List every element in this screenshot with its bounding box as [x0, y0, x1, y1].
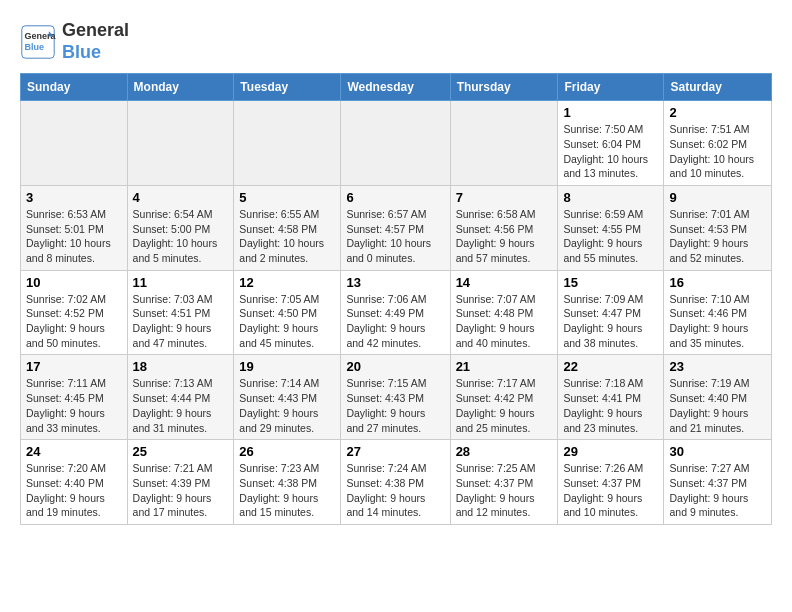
calendar-cell: 14Sunrise: 7:07 AM Sunset: 4:48 PM Dayli…	[450, 270, 558, 355]
day-number: 19	[239, 359, 335, 374]
weekday-header-sunday: Sunday	[21, 74, 128, 101]
day-number: 22	[563, 359, 658, 374]
calendar-week-3: 10Sunrise: 7:02 AM Sunset: 4:52 PM Dayli…	[21, 270, 772, 355]
day-number: 10	[26, 275, 122, 290]
day-info: Sunrise: 6:55 AM Sunset: 4:58 PM Dayligh…	[239, 207, 335, 266]
calendar-week-5: 24Sunrise: 7:20 AM Sunset: 4:40 PM Dayli…	[21, 440, 772, 525]
calendar-cell	[127, 101, 234, 186]
day-number: 2	[669, 105, 766, 120]
calendar-cell: 26Sunrise: 7:23 AM Sunset: 4:38 PM Dayli…	[234, 440, 341, 525]
day-info: Sunrise: 7:15 AM Sunset: 4:43 PM Dayligh…	[346, 376, 444, 435]
calendar-header: SundayMondayTuesdayWednesdayThursdayFrid…	[21, 74, 772, 101]
calendar-cell: 3Sunrise: 6:53 AM Sunset: 5:01 PM Daylig…	[21, 185, 128, 270]
calendar-cell: 7Sunrise: 6:58 AM Sunset: 4:56 PM Daylig…	[450, 185, 558, 270]
day-info: Sunrise: 7:07 AM Sunset: 4:48 PM Dayligh…	[456, 292, 553, 351]
day-info: Sunrise: 7:10 AM Sunset: 4:46 PM Dayligh…	[669, 292, 766, 351]
weekday-header-saturday: Saturday	[664, 74, 772, 101]
day-number: 6	[346, 190, 444, 205]
weekday-header-monday: Monday	[127, 74, 234, 101]
day-info: Sunrise: 7:19 AM Sunset: 4:40 PM Dayligh…	[669, 376, 766, 435]
calendar-cell: 12Sunrise: 7:05 AM Sunset: 4:50 PM Dayli…	[234, 270, 341, 355]
day-number: 15	[563, 275, 658, 290]
day-number: 9	[669, 190, 766, 205]
logo-text: General Blue	[62, 20, 129, 63]
calendar-cell: 29Sunrise: 7:26 AM Sunset: 4:37 PM Dayli…	[558, 440, 664, 525]
day-number: 5	[239, 190, 335, 205]
day-info: Sunrise: 7:24 AM Sunset: 4:38 PM Dayligh…	[346, 461, 444, 520]
day-number: 3	[26, 190, 122, 205]
calendar-cell: 5Sunrise: 6:55 AM Sunset: 4:58 PM Daylig…	[234, 185, 341, 270]
day-number: 17	[26, 359, 122, 374]
calendar-cell	[21, 101, 128, 186]
calendar-cell: 18Sunrise: 7:13 AM Sunset: 4:44 PM Dayli…	[127, 355, 234, 440]
day-info: Sunrise: 6:53 AM Sunset: 5:01 PM Dayligh…	[26, 207, 122, 266]
day-info: Sunrise: 7:17 AM Sunset: 4:42 PM Dayligh…	[456, 376, 553, 435]
day-number: 13	[346, 275, 444, 290]
day-number: 1	[563, 105, 658, 120]
calendar-cell: 8Sunrise: 6:59 AM Sunset: 4:55 PM Daylig…	[558, 185, 664, 270]
calendar-cell	[450, 101, 558, 186]
calendar-cell: 17Sunrise: 7:11 AM Sunset: 4:45 PM Dayli…	[21, 355, 128, 440]
calendar-cell: 24Sunrise: 7:20 AM Sunset: 4:40 PM Dayli…	[21, 440, 128, 525]
day-info: Sunrise: 7:25 AM Sunset: 4:37 PM Dayligh…	[456, 461, 553, 520]
day-info: Sunrise: 7:50 AM Sunset: 6:04 PM Dayligh…	[563, 122, 658, 181]
day-info: Sunrise: 7:26 AM Sunset: 4:37 PM Dayligh…	[563, 461, 658, 520]
day-number: 12	[239, 275, 335, 290]
day-info: Sunrise: 6:59 AM Sunset: 4:55 PM Dayligh…	[563, 207, 658, 266]
day-info: Sunrise: 7:05 AM Sunset: 4:50 PM Dayligh…	[239, 292, 335, 351]
day-info: Sunrise: 7:03 AM Sunset: 4:51 PM Dayligh…	[133, 292, 229, 351]
weekday-header-wednesday: Wednesday	[341, 74, 450, 101]
calendar-week-1: 1Sunrise: 7:50 AM Sunset: 6:04 PM Daylig…	[21, 101, 772, 186]
weekday-header-thursday: Thursday	[450, 74, 558, 101]
calendar-cell: 11Sunrise: 7:03 AM Sunset: 4:51 PM Dayli…	[127, 270, 234, 355]
day-number: 28	[456, 444, 553, 459]
day-info: Sunrise: 7:02 AM Sunset: 4:52 PM Dayligh…	[26, 292, 122, 351]
calendar-cell: 21Sunrise: 7:17 AM Sunset: 4:42 PM Dayli…	[450, 355, 558, 440]
calendar-cell: 1Sunrise: 7:50 AM Sunset: 6:04 PM Daylig…	[558, 101, 664, 186]
calendar-cell: 10Sunrise: 7:02 AM Sunset: 4:52 PM Dayli…	[21, 270, 128, 355]
weekday-header-friday: Friday	[558, 74, 664, 101]
day-number: 30	[669, 444, 766, 459]
day-info: Sunrise: 7:06 AM Sunset: 4:49 PM Dayligh…	[346, 292, 444, 351]
calendar-cell: 22Sunrise: 7:18 AM Sunset: 4:41 PM Dayli…	[558, 355, 664, 440]
calendar-cell: 30Sunrise: 7:27 AM Sunset: 4:37 PM Dayli…	[664, 440, 772, 525]
day-number: 20	[346, 359, 444, 374]
calendar-cell: 19Sunrise: 7:14 AM Sunset: 4:43 PM Dayli…	[234, 355, 341, 440]
calendar-cell	[341, 101, 450, 186]
day-info: Sunrise: 6:58 AM Sunset: 4:56 PM Dayligh…	[456, 207, 553, 266]
calendar-cell: 9Sunrise: 7:01 AM Sunset: 4:53 PM Daylig…	[664, 185, 772, 270]
day-info: Sunrise: 7:01 AM Sunset: 4:53 PM Dayligh…	[669, 207, 766, 266]
day-info: Sunrise: 7:11 AM Sunset: 4:45 PM Dayligh…	[26, 376, 122, 435]
day-info: Sunrise: 7:21 AM Sunset: 4:39 PM Dayligh…	[133, 461, 229, 520]
day-info: Sunrise: 7:27 AM Sunset: 4:37 PM Dayligh…	[669, 461, 766, 520]
calendar-cell: 15Sunrise: 7:09 AM Sunset: 4:47 PM Dayli…	[558, 270, 664, 355]
calendar-cell: 2Sunrise: 7:51 AM Sunset: 6:02 PM Daylig…	[664, 101, 772, 186]
day-number: 21	[456, 359, 553, 374]
calendar-cell: 25Sunrise: 7:21 AM Sunset: 4:39 PM Dayli…	[127, 440, 234, 525]
day-number: 18	[133, 359, 229, 374]
day-number: 4	[133, 190, 229, 205]
day-info: Sunrise: 7:09 AM Sunset: 4:47 PM Dayligh…	[563, 292, 658, 351]
calendar-cell: 16Sunrise: 7:10 AM Sunset: 4:46 PM Dayli…	[664, 270, 772, 355]
day-info: Sunrise: 7:51 AM Sunset: 6:02 PM Dayligh…	[669, 122, 766, 181]
calendar-week-4: 17Sunrise: 7:11 AM Sunset: 4:45 PM Dayli…	[21, 355, 772, 440]
calendar-cell: 28Sunrise: 7:25 AM Sunset: 4:37 PM Dayli…	[450, 440, 558, 525]
day-number: 25	[133, 444, 229, 459]
calendar-cell	[234, 101, 341, 186]
weekday-header-row: SundayMondayTuesdayWednesdayThursdayFrid…	[21, 74, 772, 101]
day-number: 14	[456, 275, 553, 290]
calendar-body: 1Sunrise: 7:50 AM Sunset: 6:04 PM Daylig…	[21, 101, 772, 525]
day-info: Sunrise: 7:14 AM Sunset: 4:43 PM Dayligh…	[239, 376, 335, 435]
day-number: 8	[563, 190, 658, 205]
calendar-cell: 27Sunrise: 7:24 AM Sunset: 4:38 PM Dayli…	[341, 440, 450, 525]
day-number: 16	[669, 275, 766, 290]
logo-icon: General Blue	[20, 24, 56, 60]
svg-text:Blue: Blue	[25, 42, 45, 52]
day-info: Sunrise: 7:23 AM Sunset: 4:38 PM Dayligh…	[239, 461, 335, 520]
day-info: Sunrise: 7:13 AM Sunset: 4:44 PM Dayligh…	[133, 376, 229, 435]
day-info: Sunrise: 6:57 AM Sunset: 4:57 PM Dayligh…	[346, 207, 444, 266]
day-info: Sunrise: 7:18 AM Sunset: 4:41 PM Dayligh…	[563, 376, 658, 435]
calendar-week-2: 3Sunrise: 6:53 AM Sunset: 5:01 PM Daylig…	[21, 185, 772, 270]
day-number: 26	[239, 444, 335, 459]
calendar-table: SundayMondayTuesdayWednesdayThursdayFrid…	[20, 73, 772, 525]
